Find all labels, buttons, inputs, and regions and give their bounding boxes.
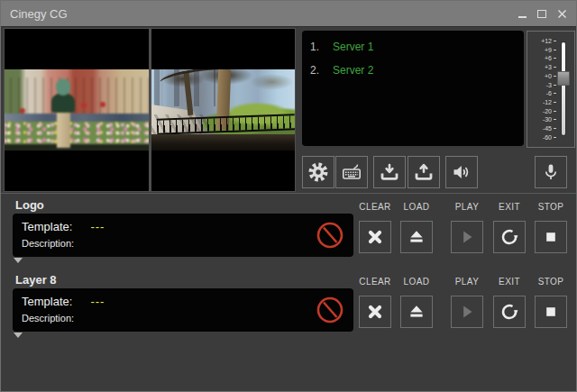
minimize-icon — [518, 16, 527, 18]
photo-statue-torso — [51, 93, 75, 113]
play-label: PLAY — [455, 202, 479, 212]
stop-button[interactable] — [535, 221, 567, 253]
server-item-1[interactable]: 1. Server 1 — [302, 35, 524, 59]
tick — [554, 93, 556, 94]
loop-arrow-icon — [499, 226, 520, 248]
load-button[interactable] — [400, 221, 433, 253]
app-window: Cinegy CG — [0, 0, 577, 392]
expander-toggle[interactable] — [14, 333, 28, 342]
play-label: PLAY — [455, 277, 479, 287]
stop-button[interactable] — [535, 296, 567, 328]
close-button[interactable] — [554, 6, 569, 21]
keyboard-icon — [341, 161, 362, 183]
window-controls — [515, 1, 569, 26]
layer-title: Logo — [15, 198, 44, 212]
scale-row: -3 — [529, 82, 556, 88]
maximize-button[interactable] — [535, 6, 549, 21]
maximize-icon — [537, 10, 546, 18]
x-icon — [364, 301, 386, 323]
photo-statue-scene — [5, 69, 149, 150]
clear-label: CLEAR — [359, 202, 390, 212]
close-icon — [557, 9, 567, 19]
template-value: --- — [90, 220, 105, 233]
chevron-down-icon — [14, 258, 23, 263]
minimize-button[interactable] — [515, 6, 529, 21]
scale-row: -20 — [529, 108, 556, 114]
server-name: Server 1 — [333, 41, 373, 53]
expander-toggle[interactable] — [14, 258, 28, 267]
window-title: Cinegy CG — [10, 7, 68, 21]
photo-sign — [20, 108, 25, 114]
clear-label: CLEAR — [359, 277, 390, 287]
template-label: Template: — [22, 295, 72, 308]
stop-label: STOP — [538, 277, 564, 287]
section-divider — [1, 193, 576, 194]
description-label: Description: — [22, 238, 74, 249]
layer-section-logo: Logo Template:--- Description: CLEAR LOA… — [1, 195, 576, 270]
titlebar[interactable]: Cinegy CG — [1, 1, 576, 27]
stop-label: STOP — [538, 202, 564, 212]
preview-monitor-1 — [5, 29, 149, 191]
load-label: LOAD — [404, 202, 430, 212]
keyboard-button[interactable] — [335, 156, 368, 188]
import-button[interactable] — [373, 156, 406, 188]
server-index: 1. — [310, 41, 325, 53]
video-frame-2 — [151, 69, 296, 150]
gear-icon — [307, 161, 329, 183]
video-frame-1 — [5, 69, 149, 150]
scale-row: -45 — [529, 125, 556, 132]
template-row: Template:--- — [22, 295, 105, 308]
template-label: Template: — [22, 220, 72, 233]
speaker-icon — [451, 161, 472, 183]
photo-flowerbed — [5, 122, 149, 146]
description-row: Description: — [22, 238, 74, 249]
export-button[interactable] — [408, 156, 440, 188]
tick — [554, 102, 556, 103]
tick — [554, 50, 556, 50]
play-icon — [456, 226, 478, 248]
prohibit-icon — [316, 296, 344, 324]
loop-arrow-icon — [499, 301, 520, 323]
server-item-2[interactable]: 2. Server 2 — [302, 59, 524, 82]
layer-status-panel: Template:--- Description: — [13, 214, 353, 257]
exit-button[interactable] — [493, 296, 526, 328]
load-button[interactable] — [400, 296, 433, 328]
layer-title: Layer 8 — [15, 273, 57, 287]
photo-statue-head — [56, 78, 70, 95]
tick — [554, 128, 556, 129]
prohibit-icon — [316, 221, 344, 250]
tick — [554, 137, 556, 138]
server-index: 2. — [310, 64, 325, 77]
audio-button[interactable] — [445, 156, 478, 188]
scale-row: +9 — [529, 47, 556, 53]
tick — [554, 111, 556, 112]
volume-slider-track[interactable] — [562, 42, 565, 135]
exit-label: EXIT — [499, 202, 520, 212]
scale-row: -30 — [529, 116, 556, 123]
download-icon — [379, 161, 400, 183]
exit-button[interactable] — [493, 221, 526, 253]
photo-foreground — [5, 144, 149, 150]
tick — [554, 67, 556, 68]
exit-label: EXIT — [499, 277, 520, 287]
tick — [554, 76, 556, 77]
clear-button[interactable] — [359, 296, 391, 328]
stop-icon — [540, 226, 562, 248]
clear-button[interactable] — [359, 221, 391, 253]
eject-icon — [406, 226, 427, 248]
play-icon — [456, 301, 478, 323]
microphone-button[interactable] — [535, 156, 567, 188]
load-label: LOAD — [404, 277, 430, 287]
play-button[interactable] — [451, 296, 483, 328]
scale-row: +0 — [529, 73, 556, 79]
preview-monitor-2 — [151, 29, 296, 191]
scale-row: -6 — [529, 90, 556, 96]
play-button[interactable] — [451, 221, 483, 253]
volume-slider-thumb[interactable] — [557, 71, 570, 86]
template-row: Template:--- — [22, 220, 105, 233]
chevron-down-icon — [14, 333, 23, 338]
template-value: --- — [90, 295, 105, 308]
settings-button[interactable] — [302, 156, 334, 188]
volume-scale: +12 +9 +6 +3 +0 -3 -6 -12 -20 -30 -45 -6… — [529, 38, 556, 141]
tick — [554, 119, 556, 120]
